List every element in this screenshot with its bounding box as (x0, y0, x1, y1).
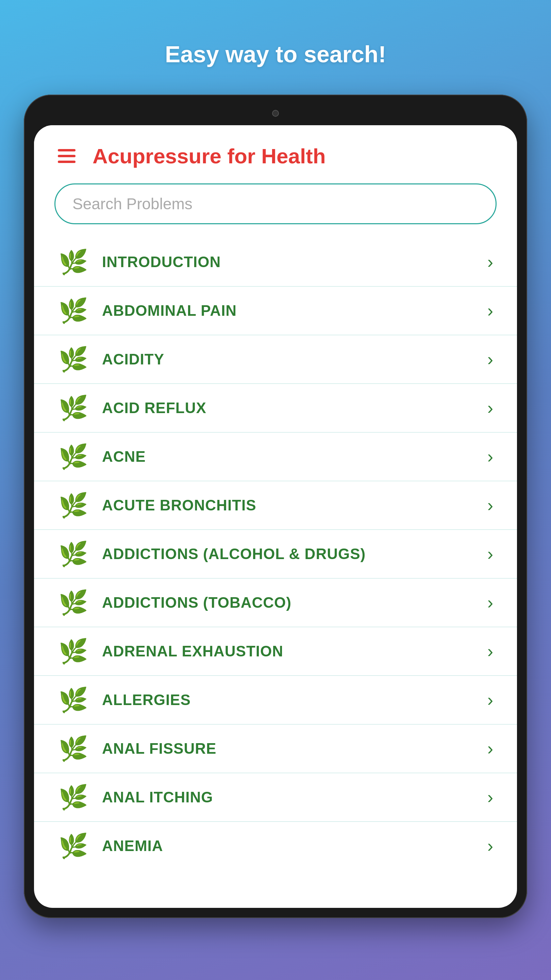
tablet-frame: Acupressure for Health 🌿INTRODUCTION›🌿AB… (24, 95, 527, 918)
problems-list: 🌿INTRODUCTION›🌿ABDOMINAL PAIN›🌿ACIDITY›🌿… (34, 238, 517, 870)
list-item-allergies[interactable]: 🌿ALLERGIES› (34, 676, 517, 724)
leaf-icon-abdominal-pain: 🌿 (58, 297, 89, 325)
leaf-icon-acute-bronchitis: 🌿 (58, 492, 89, 519)
app-header: Acupressure for Health (34, 125, 517, 183)
item-label-acidity: ACIDITY (102, 351, 481, 368)
leaf-icon-anal-fissure: 🌿 (58, 735, 89, 762)
item-label-introduction: INTRODUCTION (102, 253, 481, 270)
item-label-anemia: ANEMIA (102, 837, 481, 854)
chevron-icon-acid-reflux: › (487, 398, 493, 418)
leaf-icon-acne: 🌿 (58, 443, 89, 471)
item-label-anal-fissure: ANAL FISSURE (102, 740, 481, 757)
list-item-acidity[interactable]: 🌿ACIDITY› (34, 335, 517, 384)
leaf-icon-addictions-alcohol-drugs: 🌿 (58, 540, 89, 568)
list-item-acne[interactable]: 🌿ACNE› (34, 433, 517, 481)
tablet-screen: Acupressure for Health 🌿INTRODUCTION›🌿AB… (34, 125, 517, 908)
chevron-icon-anemia: › (487, 836, 493, 856)
leaf-icon-acid-reflux: 🌿 (58, 394, 89, 422)
chevron-icon-abdominal-pain: › (487, 301, 493, 321)
item-label-acne: ACNE (102, 448, 481, 465)
chevron-icon-addictions-tobacco: › (487, 592, 493, 613)
chevron-icon-addictions-alcohol-drugs: › (487, 544, 493, 564)
hamburger-line-2 (58, 155, 76, 157)
list-item-addictions-tobacco[interactable]: 🌿ADDICTIONS (TOBACCO)› (34, 579, 517, 627)
leaf-icon-adrenal-exhaustion: 🌿 (58, 637, 89, 665)
item-label-addictions-tobacco: ADDICTIONS (TOBACCO) (102, 594, 481, 611)
item-label-adrenal-exhaustion: ADRENAL EXHAUSTION (102, 643, 481, 660)
hamburger-menu-button[interactable] (58, 149, 76, 163)
list-item-acute-bronchitis[interactable]: 🌿ACUTE BRONCHITIS› (34, 481, 517, 530)
item-label-acute-bronchitis: ACUTE BRONCHITIS (102, 497, 481, 514)
chevron-icon-anal-itching: › (487, 787, 493, 808)
chevron-icon-acne: › (487, 447, 493, 467)
search-container (34, 183, 517, 238)
leaf-icon-anemia: 🌿 (58, 832, 89, 860)
leaf-icon-introduction: 🌿 (58, 248, 89, 276)
list-item-adrenal-exhaustion[interactable]: 🌿ADRENAL EXHAUSTION› (34, 627, 517, 676)
list-item-anal-fissure[interactable]: 🌿ANAL FISSURE› (34, 724, 517, 773)
item-label-abdominal-pain: ABDOMINAL PAIN (102, 302, 481, 319)
hamburger-line-3 (58, 161, 76, 163)
list-item-addictions-alcohol-drugs[interactable]: 🌿ADDICTIONS (ALCOHOL & DRUGS)› (34, 530, 517, 579)
list-item-acid-reflux[interactable]: 🌿ACID REFLUX› (34, 384, 517, 433)
list-item-anemia[interactable]: 🌿ANEMIA› (34, 822, 517, 870)
list-item-anal-itching[interactable]: 🌿ANAL ITCHING› (34, 773, 517, 822)
chevron-icon-allergies: › (487, 690, 493, 710)
page-tagline: Easy way to search! (165, 41, 386, 67)
item-label-acid-reflux: ACID REFLUX (102, 399, 481, 417)
list-item-introduction[interactable]: 🌿INTRODUCTION› (34, 238, 517, 286)
item-label-addictions-alcohol-drugs: ADDICTIONS (ALCOHOL & DRUGS) (102, 546, 481, 563)
search-input[interactable] (54, 183, 497, 224)
item-label-anal-itching: ANAL ITCHING (102, 789, 481, 806)
app-title: Acupressure for Health (92, 144, 326, 168)
leaf-icon-acidity: 🌿 (58, 345, 89, 373)
chevron-icon-adrenal-exhaustion: › (487, 641, 493, 662)
list-item-abdominal-pain[interactable]: 🌿ABDOMINAL PAIN› (34, 286, 517, 335)
leaf-icon-allergies: 🌿 (58, 686, 89, 714)
tablet-camera (272, 110, 279, 117)
leaf-icon-addictions-tobacco: 🌿 (58, 589, 89, 617)
leaf-icon-anal-itching: 🌿 (58, 783, 89, 811)
hamburger-line-1 (58, 149, 76, 151)
item-label-allergies: ALLERGIES (102, 692, 481, 708)
chevron-icon-introduction: › (487, 252, 493, 272)
chevron-icon-anal-fissure: › (487, 738, 493, 759)
chevron-icon-acute-bronchitis: › (487, 495, 493, 515)
chevron-icon-acidity: › (487, 349, 493, 369)
tablet-camera-bar (34, 105, 517, 122)
